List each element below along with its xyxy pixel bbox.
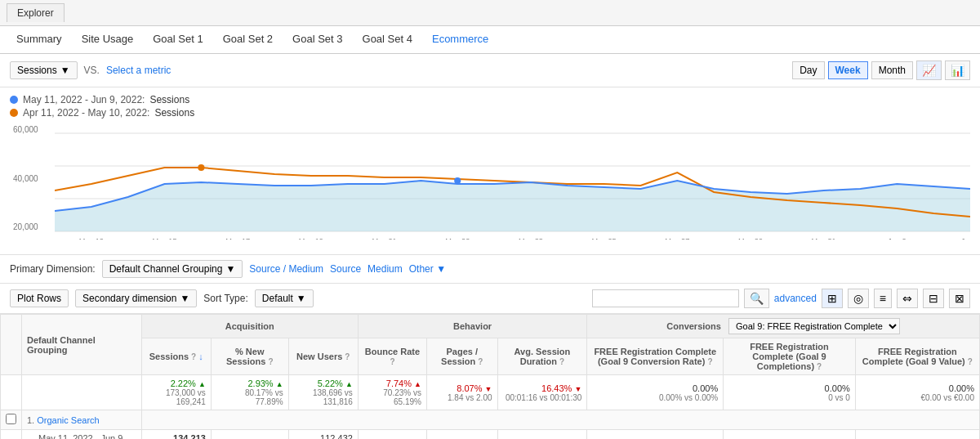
plot-rows-btn[interactable]: Plot Rows [10,289,69,307]
primary-dimension-bar: Primary Dimension: Default Channel Group… [0,255,980,284]
y-label-60k: 60,000 [13,125,38,134]
secondary-dimension-btn[interactable]: Secondary dimension ▼ [75,289,197,307]
help-icon-pages: ? [478,357,483,366]
tab-summary[interactable]: Summary [7,26,72,53]
chart-legend: May 11, 2022 - Jun 9, 2022: Sessions Apr… [10,94,970,119]
view-compare-btn[interactable]: ⇔ [897,289,918,308]
view-detail-btn[interactable]: ⊠ [949,289,970,308]
svg-point-6 [198,164,204,171]
summary-completions: 0.00% [728,383,850,393]
metric-dropdown[interactable]: Sessions ▼ [10,61,78,79]
legend-period1-dates: May 11, 2022 - Jun 9, 2022: [23,94,145,105]
select-metric-link[interactable]: Select a metric [106,65,171,76]
summary-new-sessions-change: 2.93% [247,379,273,388]
chevron-down-icon-sec: ▼ [180,293,189,304]
chart-toolbar: Sessions ▼ VS. Select a metric Day Week … [0,54,980,87]
sort-default-btn[interactable]: Default ▼ [255,289,314,307]
free-reg-value-header[interactable]: FREE Registration Complete (Goal 9 Value… [855,338,979,375]
pages-session-header[interactable]: Pages / Session ? [426,338,497,375]
source-medium-link[interactable]: Source / Medium [249,263,323,275]
summary-row: 2.22% 173,000 vs 169,241 2.93% 80.17% vs… [1,375,980,410]
vs-label: VS. [84,65,100,76]
svg-text:May 21: May 21 [372,237,397,240]
svg-text:May 12: May 12 [79,237,104,240]
view-grid-btn[interactable]: ⊞ [822,289,843,308]
organic-search-link[interactable]: Organic Search [37,415,99,425]
summary-value: 0.00% [861,383,974,393]
sort-sessions-icon[interactable]: ↓ [198,352,203,361]
chart-type-line-btn[interactable]: 📈 [916,60,942,80]
y-label-40k: 40,000 [13,174,38,183]
help-icon-value: ? [968,357,973,366]
chart-container: 60,000 40,000 20,000 May [10,125,970,248]
help-icon-completions: ? [817,362,822,371]
summary-sessions-change: 2.22% [171,379,196,388]
tab-goal-set-2[interactable]: Goal Set 2 [213,26,283,53]
tab-goal-set-3[interactable]: Goal Set 3 [283,26,352,53]
table-search-input[interactable] [592,289,739,307]
view-pie-btn[interactable]: ◎ [848,289,869,308]
explorer-tab[interactable]: Explorer [7,3,65,22]
period-week-btn[interactable]: Week [828,61,868,79]
svg-marker-4 [55,181,970,231]
y-label-20k: 20,000 [13,222,38,231]
chevron-down-icon-sort: ▼ [296,293,306,304]
tab-goal-set-1[interactable]: Goal Set 1 [143,26,212,53]
help-icon-new-sessions: ? [268,357,273,366]
bounce-rate-header[interactable]: Bounce Rate ? [358,338,426,375]
svg-text:Jun 2: Jun 2 [888,237,906,240]
source-link[interactable]: Source [330,263,361,275]
goal-dropdown[interactable]: Goal 9: FREE Registration Complete [728,318,900,334]
view-list-btn[interactable]: ≡ [874,289,892,308]
help-icon-new-users: ? [345,352,350,361]
search-button[interactable]: 🔍 [744,289,769,308]
summary-pages-change: 8.07% [457,383,482,393]
help-icon-sessions: ? [191,352,196,361]
summary-bounce-change: 7.74% [386,379,412,388]
organic-search-row: 1. Organic Search [1,410,980,430]
sessions-header[interactable]: Sessions ? ↓ [141,338,211,375]
other-link[interactable]: Other ▼ [409,263,446,275]
behavior-group-header: Behavior [358,315,586,338]
default-channel-grouping-btn[interactable]: Default Channel Grouping ▼ [102,260,243,278]
data-table-container: Default Channel Grouping Acquisition Beh… [0,314,980,439]
conversions-group-header: Conversions Goal 9: FREE Registration Co… [587,315,980,338]
free-reg-completions-header[interactable]: FREE Registration Complete (Goal 9 Compl… [724,338,856,375]
summary-new-users-change: 5.22% [318,379,343,388]
svg-text:May 23: May 23 [519,237,543,240]
new-sessions-header[interactable]: % New Sessions ? [211,338,288,375]
tab-goal-set-4[interactable]: Goal Set 4 [353,26,422,53]
dimension-header: Default Channel Grouping [22,315,142,375]
row-1-checkbox[interactable] [6,414,16,424]
row-num-1: 1. [27,415,34,425]
chart-type-bar-btn[interactable]: 📊 [945,60,970,80]
advanced-link[interactable]: advanced [774,293,817,304]
legend-orange-dot [10,109,18,117]
svg-text:May 29: May 29 [738,237,763,240]
svg-text:May 19: May 19 [299,237,323,240]
svg-text:May 27: May 27 [665,237,689,240]
primary-dim-label: Primary Dimension: [10,263,96,275]
data-table: Default Channel Grouping Acquisition Beh… [0,314,980,439]
free-reg-rate-header[interactable]: FREE Registration Complete (Goal 9 Conve… [587,338,724,375]
summary-avg-change: 16.43% [541,383,572,393]
svg-text:May 22: May 22 [445,237,470,240]
svg-text:May 15: May 15 [152,237,176,240]
table-toolbar: Plot Rows Secondary dimension ▼ Sort Typ… [0,284,980,314]
chevron-down-icon-dim: ▼ [225,263,235,275]
view-pivot-btn[interactable]: ⊟ [923,289,944,308]
summary-conv-rate: 0.00% [592,383,718,393]
tab-ecommerce[interactable]: Ecommerce [422,26,498,53]
period-month-btn[interactable]: Month [871,61,913,79]
legend-period2-dates: Apr 11, 2022 - May 10, 2022: [23,107,149,119]
avg-session-header[interactable]: Avg. Session Duration ? [497,338,587,375]
svg-text:May 25: May 25 [592,237,617,240]
svg-text:May 17: May 17 [225,237,250,240]
medium-link[interactable]: Medium [368,263,403,275]
period-day-btn[interactable]: Day [792,61,824,79]
new-users-header[interactable]: New Users ? [288,338,358,375]
chart-area: May 11, 2022 - Jun 9, 2022: Sessions Apr… [0,87,980,255]
legend-blue-dot [10,96,18,104]
tab-site-usage[interactable]: Site Usage [72,26,144,53]
legend-period2-metric: Sessions [154,107,194,119]
